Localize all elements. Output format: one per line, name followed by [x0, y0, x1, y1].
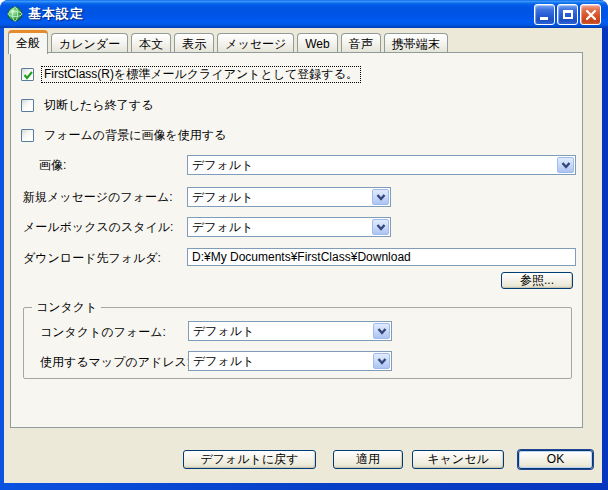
- window-controls: [534, 4, 601, 25]
- contact-group: コンタクト コンタクトのフォーム: デフォルト 使用するマップのアドレス: デフ…: [23, 307, 572, 379]
- tab-message[interactable]: メッセージ: [217, 33, 294, 53]
- image-label: 画像:: [39, 158, 66, 172]
- new-message-form-label: 新規メッセージのフォーム:: [23, 190, 173, 204]
- cancel-button[interactable]: キャンセル: [412, 450, 504, 469]
- new-message-form-combo[interactable]: デフォルト: [187, 187, 391, 207]
- close-icon: [585, 9, 597, 21]
- form-background-image-checkbox[interactable]: [21, 129, 34, 142]
- check-icon: [22, 69, 35, 82]
- tab-body-text[interactable]: 本文: [131, 33, 171, 53]
- chevron-down-icon[interactable]: [373, 353, 390, 369]
- titlebar[interactable]: 基本設定: [0, 0, 608, 28]
- firstclass-globe-icon: [7, 6, 23, 22]
- mailbox-style-label: メールボックスのスタイル:: [23, 220, 173, 234]
- image-combo-value: デフォルト: [192, 158, 253, 172]
- contact-form-combo[interactable]: デフォルト: [188, 321, 392, 341]
- tab-mobile[interactable]: 携帯端末: [384, 33, 448, 53]
- default-mail-client-label[interactable]: FirstClass(R)を標準メールクライアントとして登録する。: [42, 67, 360, 82]
- dialog-body: 全般 カレンダー 本文 表示 メッセージ Web 音声 携帯端末 FirstCl…: [4, 28, 602, 483]
- map-address-label: 使用するマップのアドレス:: [40, 355, 190, 369]
- form-background-image-row: フォームの背景に画像を使用する: [21, 128, 228, 143]
- tab-general[interactable]: 全般: [8, 30, 48, 54]
- close-button[interactable]: [580, 4, 601, 25]
- restore-defaults-button[interactable]: デフォルトに戻す: [183, 450, 316, 469]
- maximize-icon: [563, 10, 573, 19]
- minimize-button[interactable]: [534, 4, 555, 25]
- download-folder-input[interactable]: [187, 248, 576, 266]
- ok-button[interactable]: OK: [518, 450, 593, 469]
- image-combo[interactable]: デフォルト: [187, 155, 576, 175]
- settings-window: 基本設定 全般 カレンダー 本文 表示 メッセージ Web 音声 携帯端末: [0, 0, 608, 490]
- apply-button[interactable]: 適用: [333, 450, 403, 469]
- default-mail-client-checkbox[interactable]: [21, 68, 34, 81]
- tab-page-general: FirstClass(R)を標準メールクライアントとして登録する。 切断したら終…: [10, 52, 583, 428]
- map-address-combo-value: デフォルト: [193, 354, 254, 368]
- contact-form-label: コンタクトのフォーム:: [40, 325, 166, 339]
- browse-button[interactable]: 参照...: [501, 272, 573, 289]
- chevron-down-icon[interactable]: [372, 219, 389, 235]
- map-address-combo[interactable]: デフォルト: [188, 351, 392, 371]
- contact-group-title: コンタクト: [32, 300, 101, 314]
- chevron-down-icon[interactable]: [372, 189, 389, 205]
- tab-display[interactable]: 表示: [174, 33, 214, 53]
- mailbox-style-combo[interactable]: デフォルト: [187, 217, 391, 237]
- maximize-button[interactable]: [557, 4, 578, 25]
- tab-strip: 全般 カレンダー 本文 表示 メッセージ Web 音声 携帯端末: [8, 30, 451, 53]
- new-message-form-combo-value: デフォルト: [192, 190, 253, 204]
- quit-on-disconnect-checkbox[interactable]: [21, 99, 34, 112]
- quit-on-disconnect-label[interactable]: 切断したら終了する: [42, 98, 155, 113]
- minimize-icon: [540, 17, 548, 20]
- default-mail-client-row: FirstClass(R)を標準メールクライアントとして登録する。: [21, 67, 360, 82]
- form-background-image-label[interactable]: フォームの背景に画像を使用する: [42, 128, 228, 143]
- download-folder-label: ダウンロード先フォルダ:: [23, 251, 161, 265]
- tab-sound[interactable]: 音声: [341, 33, 381, 53]
- quit-on-disconnect-row: 切断したら終了する: [21, 98, 155, 113]
- tab-web[interactable]: Web: [297, 33, 337, 53]
- chevron-down-icon[interactable]: [557, 157, 574, 173]
- chevron-down-icon[interactable]: [373, 323, 390, 339]
- window-title: 基本設定: [28, 5, 84, 23]
- tab-calendar[interactable]: カレンダー: [51, 33, 128, 53]
- contact-form-combo-value: デフォルト: [193, 324, 254, 338]
- mailbox-style-combo-value: デフォルト: [192, 220, 253, 234]
